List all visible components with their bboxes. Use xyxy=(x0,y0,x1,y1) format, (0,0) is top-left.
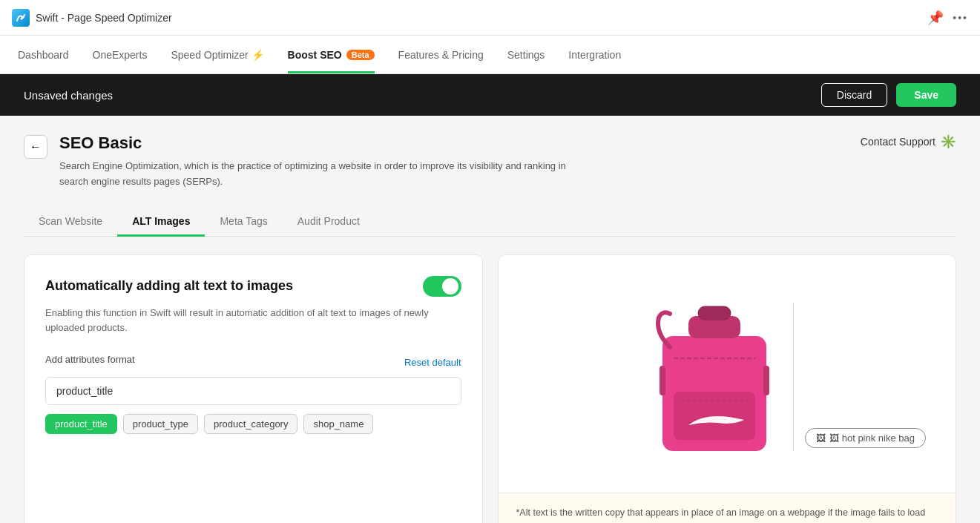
attribute-chips: product_title product_type product_categ… xyxy=(45,414,461,434)
page-header: ← SEO Basic Search Engine Optimization, … xyxy=(24,134,956,190)
alt-tag-image-icon: 🖼 xyxy=(816,432,826,444)
nav-item-features-pricing[interactable]: Features & Pricing xyxy=(398,36,484,73)
tab-meta-tags[interactable]: Meta Tags xyxy=(205,208,282,237)
attr-format-input[interactable] xyxy=(45,377,461,405)
contact-support-button[interactable]: Contact Support ✳️ xyxy=(861,134,956,150)
unsaved-actions: Discard Save xyxy=(821,83,956,107)
boost-seo-label: Boost SEO xyxy=(288,49,342,61)
page-title: SEO Basic xyxy=(59,134,579,153)
nav-item-speed-optimizer[interactable]: Speed Optimizer ⚡ xyxy=(171,36,263,73)
alt-tag-text: 🖼 hot pink nike bag xyxy=(829,432,915,444)
product-bag-image xyxy=(648,295,781,458)
attr-format-label: Add attributes format xyxy=(45,354,135,365)
support-icon: ✳️ xyxy=(940,134,956,150)
product-preview-panel: 🖼 🖼 hot pink nike bag *Alt text is the w… xyxy=(498,254,957,523)
svg-rect-6 xyxy=(660,366,665,395)
tab-alt-images[interactable]: ALT Images xyxy=(117,208,205,237)
nav-item-oneexperts[interactable]: OneExperts xyxy=(93,36,148,73)
more-options-icon[interactable]: ••• xyxy=(953,12,968,24)
chip-product-title[interactable]: product_title xyxy=(45,414,117,434)
page-description: Search Engine Optimization, which is the… xyxy=(59,159,579,190)
svg-rect-2 xyxy=(698,306,731,320)
reset-default-link[interactable]: Reset default xyxy=(404,357,461,368)
back-button[interactable]: ← xyxy=(24,135,47,159)
chip-shop-name[interactable]: shop_name xyxy=(303,414,373,434)
discard-button[interactable]: Discard xyxy=(821,83,887,107)
alt-tag-bubble: 🖼 🖼 hot pink nike bag xyxy=(805,428,926,448)
unsaved-changes-text: Unsaved changes xyxy=(24,89,113,102)
nav-item-boost-seo[interactable]: Boost SEO Beta xyxy=(288,36,375,73)
contact-support-label: Contact Support xyxy=(861,136,935,148)
boost-seo-badge: Beta xyxy=(346,50,375,60)
pin-icon[interactable]: 📌 xyxy=(927,10,944,26)
svg-rect-4 xyxy=(674,392,755,440)
alt-text-info-box: *Alt text is the written copy that appea… xyxy=(499,493,956,523)
panel-title: Automatically adding alt text to images xyxy=(45,278,293,294)
nav-item-settings[interactable]: Settings xyxy=(507,36,545,73)
app-icon xyxy=(12,9,30,27)
app-title: Swift - Page Speed Optimizer xyxy=(36,12,172,24)
tab-audit-product[interactable]: Audit Product xyxy=(283,208,375,237)
chip-product-type[interactable]: product_type xyxy=(123,414,198,434)
tab-scan-website[interactable]: Scan Website xyxy=(24,208,117,237)
section-tabs: Scan Website ALT Images Meta Tags Audit … xyxy=(24,208,956,237)
top-bar: Swift - Page Speed Optimizer 📌 ••• xyxy=(0,0,980,36)
nav-item-integration[interactable]: Intergration xyxy=(568,36,621,73)
unsaved-changes-bar: Unsaved changes Discard Save xyxy=(0,74,980,116)
product-image-preview: 🖼 🖼 hot pink nike bag xyxy=(499,255,956,493)
content-grid: Automatically adding alt text to images … xyxy=(24,254,956,523)
page-info: SEO Basic Search Engine Optimization, wh… xyxy=(59,134,579,190)
chip-product-category[interactable]: product_category xyxy=(204,414,297,434)
preview-inner: 🖼 🖼 hot pink nike bag xyxy=(648,295,806,458)
toggle-track xyxy=(423,276,461,297)
app-branding: Swift - Page Speed Optimizer xyxy=(12,9,172,27)
save-button[interactable]: Save xyxy=(896,83,956,107)
auto-alt-text-toggle[interactable] xyxy=(423,276,461,297)
main-content: ← SEO Basic Search Engine Optimization, … xyxy=(0,116,980,523)
main-nav: Dashboard OneExperts Speed Optimizer ⚡ B… xyxy=(0,36,980,74)
alt-text-info: *Alt text is the written copy that appea… xyxy=(516,505,938,523)
page-header-left: ← SEO Basic Search Engine Optimization, … xyxy=(24,134,579,190)
alt-images-settings-panel: Automatically adding alt text to images … xyxy=(24,254,483,523)
toggle-thumb xyxy=(442,278,458,295)
preview-divider xyxy=(793,303,794,451)
nav-item-dashboard[interactable]: Dashboard xyxy=(18,36,69,73)
panel-header: Automatically adding alt text to images xyxy=(45,276,461,297)
top-bar-actions: 📌 ••• xyxy=(927,10,968,26)
attr-format-row: Add attributes format Reset default xyxy=(45,354,461,371)
panel-description: Enabling this function in Swift will res… xyxy=(45,306,461,337)
svg-rect-7 xyxy=(763,366,769,395)
